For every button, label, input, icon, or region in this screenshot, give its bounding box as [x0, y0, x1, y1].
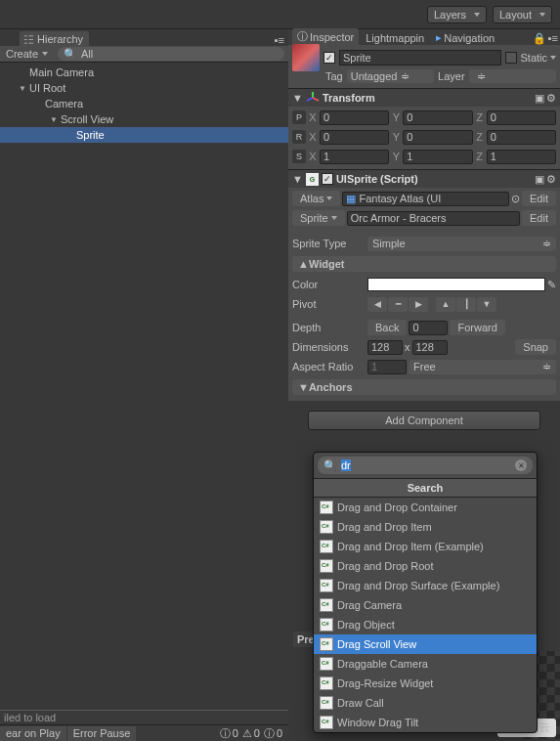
gear-icon[interactable]: ⚙ [546, 173, 556, 186]
height-field[interactable]: 128 [412, 340, 448, 355]
error-count[interactable]: ⓘ 0 [264, 726, 282, 741]
pivot-top-icon[interactable]: ▲ [436, 297, 455, 312]
pivot-left-icon[interactable]: ◀ [367, 297, 387, 312]
tag-dropdown[interactable]: Untagged≑ [347, 69, 434, 83]
component-search-input[interactable] [341, 459, 511, 471]
create-button[interactable]: Create [0, 48, 54, 60]
anchors-section[interactable]: ▼ Anchors [292, 379, 556, 395]
pivot-right-icon[interactable]: ▶ [409, 297, 428, 312]
hierarchy-item-scroll-view[interactable]: ▼Scroll View [0, 111, 288, 127]
gameobject-icon[interactable] [292, 44, 320, 71]
sprite-field[interactable]: Orc Armor - Bracers [347, 211, 520, 226]
fold-icon[interactable]: ▼ [292, 92, 303, 104]
edit-sprite-button[interactable]: Edit [522, 210, 556, 226]
rot-y-field[interactable]: 0 [403, 130, 472, 145]
hierarchy-item-camera[interactable]: Camera [0, 96, 288, 111]
pivot-vertical[interactable]: ▲ ┃ ▼ [436, 297, 496, 312]
add-component-button[interactable]: Add Component [308, 411, 540, 430]
pos-y-field[interactable]: 0 [403, 110, 472, 125]
edit-atlas-button[interactable]: Edit [522, 191, 556, 206]
object-picker-icon[interactable]: ⊙ [511, 193, 520, 205]
hierarchy-item-ui-root[interactable]: ▼UI Root [0, 80, 288, 96]
scale-y-field[interactable]: 1 [403, 150, 472, 164]
script-icon [320, 579, 333, 592]
help-icon[interactable]: ▣ [535, 92, 544, 105]
pivot-horizontal[interactable]: ◀ ━ ▶ [367, 297, 428, 312]
component-item[interactable]: Window Drag Tilt [314, 713, 537, 732]
uisprite-header[interactable]: ▼ G ✓ UISprite (Script) ▣⚙ [288, 170, 560, 188]
color-field[interactable] [367, 278, 545, 291]
help-icon[interactable]: ▣ [535, 173, 544, 186]
clear-search-icon[interactable]: ✕ [515, 459, 527, 471]
rot-z-field[interactable]: 0 [487, 130, 556, 145]
lock-icon[interactable]: 🔒 [533, 32, 546, 45]
pivot-center-icon[interactable]: ━ [388, 297, 408, 312]
component-list[interactable]: Drag and Drop ContainerDrag and Drop Ite… [314, 498, 537, 732]
lightmapping-tab[interactable]: Lightmappin [361, 31, 429, 45]
hierarchy-tab[interactable]: Hierarchy [20, 31, 89, 46]
pos-x-field[interactable]: 0 [320, 110, 389, 125]
component-item[interactable]: Drag Camera [314, 595, 537, 615]
depth-field[interactable]: 0 [409, 321, 448, 335]
aspect-mode-dropdown[interactable]: Free≑ [409, 360, 556, 374]
static-toggle[interactable]: Static [505, 52, 556, 64]
pivot-label: Pivot [292, 298, 366, 310]
atlas-button[interactable]: Atlas [292, 191, 340, 206]
pos-z-field[interactable]: 0 [487, 110, 556, 125]
component-item[interactable]: Drag and Drop Item [314, 517, 537, 537]
clear-on-play-button[interactable]: ear on Play [0, 726, 66, 741]
prefab-icon: ▦ [346, 193, 356, 205]
transform-header[interactable]: ▼ Transform ▣⚙ [288, 89, 560, 107]
component-item[interactable]: Drag Object [314, 615, 537, 634]
position-label: P [292, 110, 306, 124]
static-checkbox[interactable] [505, 52, 517, 64]
scale-x-field[interactable]: 1 [320, 150, 389, 164]
hierarchy-item-sprite[interactable]: Sprite [0, 127, 288, 143]
component-item[interactable]: Draw Call [314, 693, 537, 713]
eyedropper-icon[interactable]: ✎ [547, 279, 556, 291]
snap-button[interactable]: Snap [515, 339, 556, 355]
aspect-label: Aspect Ratio [292, 361, 366, 372]
active-checkbox[interactable]: ✓ [323, 52, 335, 64]
fold-icon[interactable]: ▼ [18, 84, 27, 93]
fold-icon[interactable]: ▼ [49, 115, 59, 124]
pivot-middle-icon[interactable]: ┃ [456, 297, 476, 312]
atlas-field[interactable]: ▦Fantasy Atlas (UI [342, 192, 509, 206]
panel-menu-icon[interactable]: ▪≡ [275, 34, 288, 46]
component-item[interactable]: Drag Scroll View [314, 634, 537, 654]
hierarchy-item-main-camera[interactable]: Main Camera [0, 65, 288, 80]
width-field[interactable]: 128 [367, 340, 403, 355]
object-name-field[interactable]: Sprite [339, 50, 501, 65]
component-item[interactable]: Drag and Drop Surface (Example) [314, 576, 537, 595]
info-count[interactable]: ⓘ 0 [220, 726, 238, 741]
chevron-down-icon[interactable] [550, 56, 556, 60]
layer-dropdown[interactable]: ≑ [469, 69, 556, 83]
navigation-tab[interactable]: ▸Navigation [431, 30, 499, 45]
rot-x-field[interactable]: 0 [320, 130, 389, 145]
warn-count[interactable]: ⚠ 0 [242, 727, 260, 740]
component-item[interactable]: Drag and Drop Container [314, 498, 537, 517]
enabled-checkbox[interactable]: ✓ [322, 173, 333, 185]
sprite-button[interactable]: Sprite [292, 210, 345, 226]
pivot-bottom-icon[interactable]: ▼ [477, 297, 496, 312]
layout-dropdown[interactable]: Layout [493, 6, 552, 23]
scale-z-field[interactable]: 1 [487, 150, 556, 164]
hierarchy-search[interactable]: 🔍 All [58, 47, 284, 61]
component-item[interactable]: Draggable Camera [314, 654, 537, 674]
inspector-tab[interactable]: ⓘInspector [292, 28, 359, 45]
layers-dropdown[interactable]: Layers [427, 6, 487, 23]
aspect-field[interactable]: 1 [367, 360, 407, 374]
error-pause-button[interactable]: Error Pause [67, 726, 137, 741]
widget-section[interactable]: ▲ Widget [292, 256, 556, 272]
hierarchy-tree[interactable]: Main Camera ▼UI Root Camera ▼Scroll View… [0, 63, 288, 710]
component-item[interactable]: Drag and Drop Root [314, 556, 537, 576]
sprite-type-dropdown[interactable]: Simple≑ [367, 237, 556, 251]
depth-back-button[interactable]: Back [367, 320, 407, 335]
component-item[interactable]: Drag-Resize Widget [314, 674, 537, 693]
component-item[interactable]: Drag and Drop Item (Example) [314, 537, 537, 556]
gear-icon[interactable]: ⚙ [546, 92, 556, 105]
component-search-field[interactable]: 🔍 ✕ [318, 457, 533, 474]
fold-icon[interactable]: ▼ [292, 173, 303, 185]
depth-forward-button[interactable]: Forward [450, 320, 504, 335]
panel-menu-icon[interactable]: ▪≡ [548, 32, 558, 45]
